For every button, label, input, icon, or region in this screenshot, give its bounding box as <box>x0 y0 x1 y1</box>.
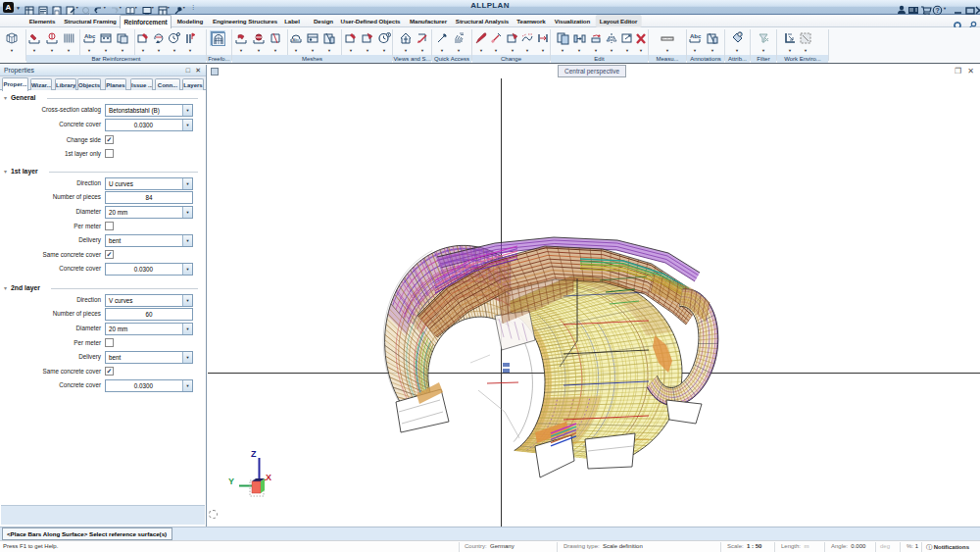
svg-text:?: ? <box>936 7 940 14</box>
svg-text:Abc: Abc <box>293 37 300 42</box>
svg-text:Abc: Abc <box>84 33 96 39</box>
svg-text:?: ? <box>739 31 742 37</box>
svg-text:Abc: Abc <box>690 33 702 39</box>
